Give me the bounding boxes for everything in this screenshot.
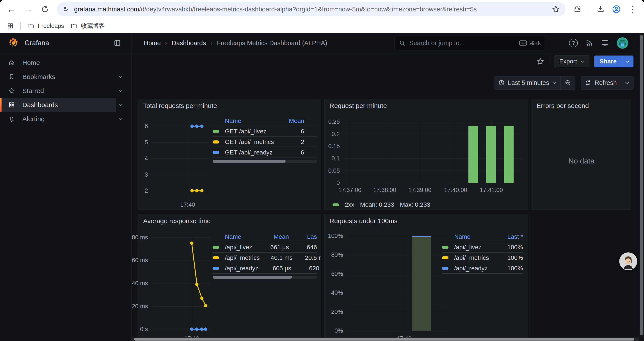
share-button-group: Share [594,56,634,67]
chevron-down-icon[interactable] [118,103,123,106]
legend-scrollbar[interactable] [212,276,317,279]
legend-row[interactable]: /api/_metrics 100% [442,253,523,263]
legend-col-mean[interactable]: Mean [288,117,317,124]
series-name[interactable]: /api/_livez [225,244,256,251]
legend-col-name[interactable]: Name [454,233,501,240]
help-icon[interactable]: ? [569,39,578,47]
panel-requests-under-100ms[interactable]: Requests under 100ms 100%80%60%40%20%0%1… [324,214,528,341]
bookmark-folder-blogs[interactable]: 收藏博客 [70,22,105,30]
panel-title[interactable]: Errors per second [536,102,589,110]
user-avatar[interactable] [617,37,628,49]
share-dropdown-chevron-icon[interactable] [622,56,634,67]
panel-title[interactable]: Requests under 100ms [330,217,398,225]
floating-assistant-avatar[interactable] [619,252,637,270]
series-name[interactable]: GET /api/_livez [225,128,288,135]
series-color-pill [212,140,219,144]
series-mean: 6 [288,128,317,135]
panel-title[interactable]: Total requests per minute [143,102,217,110]
legend-row[interactable]: /api/_livez 661 µs 646 [212,242,317,253]
dock-sidebar-icon[interactable] [114,39,121,47]
legend-row[interactable]: GET /api/_livez 6 [212,126,317,137]
sidebar-item-bookmarks[interactable]: Bookmarks [0,70,131,84]
legend-row[interactable]: /api/_readyz 605 µs 620 [212,263,317,274]
panel-total-requests-per-minute[interactable]: Total requests per minute 6543217:40 Nam… [138,99,321,210]
clock-icon [498,80,505,86]
legend-scrollbar[interactable] [212,160,317,163]
extensions-icon[interactable] [574,5,581,13]
timeseries-chart: 80 ms60 ms40 ms20 ms0 s17:40 [152,234,210,333]
chevron-down-icon[interactable] [118,75,123,78]
legend-table: Name Mean Las /api/_livez 661 µs 646 /ap… [212,232,317,279]
sidebar-item-label: Alerting [22,115,45,123]
url-bar[interactable]: grafana.mathmast.com/d/deytv4rwavabkb/fr… [57,2,566,16]
sidebar-item-home[interactable]: Home [0,56,131,70]
profile-icon[interactable] [612,5,621,14]
horizontal-scrollbar[interactable] [132,337,639,341]
breadcrumb-dashboards[interactable]: Dashboards [172,40,206,47]
monitor-icon[interactable] [601,39,609,47]
reload-icon[interactable] [41,5,49,14]
legend-col-name[interactable]: Name [225,117,288,124]
legend-col-last[interactable]: Las [289,233,317,240]
series-max: Max: 0.233 [400,201,430,208]
browser-menu-icon[interactable]: ⋮ [628,5,638,14]
scrollbar-thumb[interactable] [134,338,634,340]
bookmark-folder-freeleaps[interactable]: Freeleaps [27,22,64,30]
bookmark-star-icon[interactable] [552,5,560,13]
legend-col-last[interactable]: Last * [501,233,523,240]
legend-row[interactable]: GET /api/_readyz 6 [212,147,317,158]
search-box[interactable]: ⌘+k [394,36,545,50]
series-name[interactable]: GET /api/_readyz [225,149,288,156]
search-icon [399,40,405,46]
vertical-scrollbar[interactable] [639,33,644,337]
legend-col-name[interactable]: Name [225,233,256,240]
series-last: 20.5 r [293,254,321,261]
news-rss-icon[interactable] [586,39,593,47]
sidebar-item-starred[interactable]: Starred [0,84,131,98]
panel-title[interactable]: Average response time [143,217,211,225]
legend-row[interactable]: /api/_readyz 100% [442,263,523,274]
search-input[interactable] [409,39,516,47]
panel-request-per-minute[interactable]: Request per minute 0.250.20.150.10.05017… [324,99,528,210]
panel-average-response-time[interactable]: Average response time 80 ms60 ms40 ms20 … [138,214,321,341]
series-name[interactable]: /api/_readyz [454,265,501,272]
favorite-star-icon[interactable] [536,58,544,65]
site-settings-icon[interactable] [63,6,70,13]
download-icon[interactable] [597,5,604,13]
series-name[interactable]: /api/_livez [454,244,501,251]
series-last: 620 [291,265,319,272]
refresh-icon [585,80,592,86]
url-path: /d/deytv4rwavabkb/freeleaps-metrics-dash… [139,6,477,13]
browser-chrome: ← → grafana.mathmast.com/d/deytv4rwavabk… [0,0,644,33]
series-name[interactable]: /api/_metrics [454,254,501,261]
refresh-label: Refresh [594,79,617,87]
apps-grid-icon[interactable] [7,23,14,29]
home-icon [8,60,15,66]
series-name[interactable]: /api/_readyz [225,265,258,272]
legend-row[interactable]: GET /api/_metrics 2 [212,137,317,147]
sidebar-item-dashboards[interactable]: Dashboards [0,98,116,112]
time-range-picker[interactable]: Last 5 minutes [494,76,561,90]
export-label: Export [559,58,577,65]
forward-icon[interactable]: → [24,5,33,14]
chevron-down-icon[interactable] [118,89,123,92]
series-name[interactable]: GET /api/_metrics [225,138,288,146]
grafana-logo-icon[interactable] [8,38,19,49]
legend-col-mean[interactable]: Mean [256,233,289,240]
scrollbar-thumb[interactable] [640,35,643,335]
zoom-out-button[interactable] [560,76,575,90]
refresh-button[interactable]: Refresh [581,76,621,90]
series-name[interactable]: /api/_metrics [225,254,260,261]
share-button[interactable]: Share [594,56,622,67]
breadcrumb-home[interactable]: Home [144,40,161,47]
chevron-down-icon[interactable] [118,117,123,121]
panel-errors-per-second[interactable]: Errors per second No data [532,99,631,210]
export-button[interactable]: Export [554,56,590,67]
legend-row[interactable]: /api/_livez 100% [442,242,523,253]
refresh-interval-dropdown[interactable] [621,76,633,90]
legend-row[interactable]: /api/_metrics 40.1 ms 20.5 r [212,253,317,263]
back-icon[interactable]: ← [6,5,16,14]
panel-title[interactable]: Request per minute [330,102,387,110]
series-name[interactable]: 2xx [345,201,354,208]
sidebar-item-alerting[interactable]: Alerting [0,112,131,126]
